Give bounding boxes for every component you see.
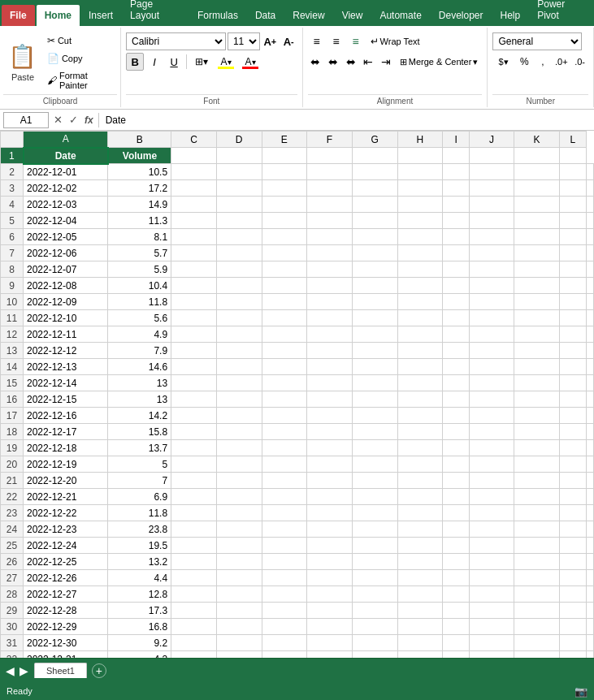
- date-cell-29[interactable]: 2022-12-28: [24, 603, 108, 619]
- empty-cell[interactable]: [216, 424, 262, 440]
- indent-decrease-button[interactable]: ⇤: [360, 53, 376, 71]
- empty-cell[interactable]: [307, 505, 353, 521]
- empty-cell[interactable]: [587, 245, 594, 261]
- empty-cell[interactable]: [352, 245, 397, 261]
- empty-cell[interactable]: [514, 554, 560, 570]
- row-header-24[interactable]: 24: [1, 521, 24, 538]
- row-header-9[interactable]: 9: [1, 278, 24, 294]
- empty-cell[interactable]: [397, 261, 443, 278]
- empty-cell[interactable]: [262, 473, 307, 489]
- empty-cell[interactable]: [469, 570, 514, 586]
- row-header-13[interactable]: 13: [1, 343, 24, 359]
- accounting-format-button[interactable]: $▾: [492, 53, 514, 71]
- volume-cell-11[interactable]: 5.6: [108, 310, 171, 326]
- empty-cell[interactable]: [352, 570, 397, 586]
- empty-cell[interactable]: [587, 213, 594, 229]
- empty-cell[interactable]: [559, 619, 586, 635]
- empty-cell[interactable]: [171, 635, 217, 651]
- row-header-7[interactable]: 7: [1, 245, 24, 261]
- empty-cell[interactable]: [514, 505, 560, 521]
- empty-cell[interactable]: [352, 635, 397, 651]
- empty-cell[interactable]: [397, 310, 443, 326]
- row-header-30[interactable]: 30: [1, 619, 24, 635]
- empty-cell[interactable]: [352, 213, 397, 229]
- italic-button[interactable]: I: [145, 53, 163, 71]
- volume-cell-28[interactable]: 12.8: [108, 586, 171, 603]
- empty-cell[interactable]: [559, 408, 586, 424]
- empty-cell[interactable]: [443, 505, 470, 521]
- row-header-4[interactable]: 4: [1, 197, 24, 213]
- empty-cell[interactable]: [262, 586, 307, 603]
- empty-cell[interactable]: [397, 586, 443, 603]
- bold-button[interactable]: B: [126, 53, 144, 71]
- empty-cell[interactable]: [307, 456, 353, 473]
- empty-cell[interactable]: [262, 229, 307, 245]
- empty-cell[interactable]: [443, 213, 470, 229]
- empty-cell[interactable]: [352, 343, 397, 359]
- empty-cell[interactable]: [216, 586, 262, 603]
- empty-cell[interactable]: [262, 245, 307, 261]
- empty-cell[interactable]: [171, 456, 217, 473]
- empty-cell[interactable]: [171, 619, 217, 635]
- add-sheet-button[interactable]: +: [92, 663, 106, 678]
- empty-cell[interactable]: [469, 261, 514, 278]
- col-header-B[interactable]: B: [108, 132, 171, 148]
- empty-cell[interactable]: [397, 326, 443, 343]
- col-header-C[interactable]: C: [171, 132, 217, 148]
- empty-cell[interactable]: [443, 391, 470, 408]
- empty-cell[interactable]: [443, 278, 470, 294]
- empty-cell[interactable]: [397, 619, 443, 635]
- empty-cell[interactable]: [514, 391, 560, 408]
- empty-cell[interactable]: [469, 619, 514, 635]
- header-i1[interactable]: [443, 148, 470, 164]
- header-d1[interactable]: [216, 148, 262, 164]
- empty-cell[interactable]: [559, 489, 586, 505]
- empty-cell[interactable]: [262, 213, 307, 229]
- empty-cell[interactable]: [307, 375, 353, 391]
- empty-cell[interactable]: [443, 635, 470, 651]
- formulas-tab[interactable]: Formulas: [189, 5, 246, 26]
- empty-cell[interactable]: [352, 456, 397, 473]
- empty-cell[interactable]: [559, 570, 586, 586]
- empty-cell[interactable]: [443, 180, 470, 197]
- date-cell-20[interactable]: 2022-12-19: [24, 456, 108, 473]
- col-header-I[interactable]: I: [443, 132, 470, 148]
- empty-cell[interactable]: [469, 359, 514, 375]
- cell-reference-input[interactable]: [3, 112, 49, 128]
- empty-cell[interactable]: [171, 391, 217, 408]
- row-header-22[interactable]: 22: [1, 489, 24, 505]
- empty-cell[interactable]: [469, 521, 514, 538]
- date-cell-10[interactable]: 2022-12-09: [24, 294, 108, 310]
- empty-cell[interactable]: [443, 229, 470, 245]
- empty-cell[interactable]: [262, 164, 307, 180]
- row-header-14[interactable]: 14: [1, 359, 24, 375]
- empty-cell[interactable]: [469, 586, 514, 603]
- empty-cell[interactable]: [307, 538, 353, 554]
- volume-cell-19[interactable]: 13.7: [108, 440, 171, 456]
- empty-cell[interactable]: [216, 343, 262, 359]
- empty-cell[interactable]: [469, 538, 514, 554]
- empty-cell[interactable]: [443, 164, 470, 180]
- sheet-nav-prev[interactable]: ◀: [3, 664, 17, 677]
- row-header-3[interactable]: 3: [1, 180, 24, 197]
- empty-cell[interactable]: [262, 278, 307, 294]
- row-header-31[interactable]: 31: [1, 635, 24, 651]
- empty-cell[interactable]: [171, 586, 217, 603]
- empty-cell[interactable]: [443, 440, 470, 456]
- empty-cell[interactable]: [171, 310, 217, 326]
- empty-cell[interactable]: [352, 326, 397, 343]
- empty-cell[interactable]: [171, 197, 217, 213]
- empty-cell[interactable]: [587, 343, 594, 359]
- empty-cell[interactable]: [397, 424, 443, 440]
- empty-cell[interactable]: [397, 603, 443, 619]
- empty-cell[interactable]: [397, 245, 443, 261]
- empty-cell[interactable]: [307, 408, 353, 424]
- empty-cell[interactable]: [352, 619, 397, 635]
- empty-cell[interactable]: [262, 570, 307, 586]
- empty-cell[interactable]: [587, 391, 594, 408]
- date-cell-14[interactable]: 2022-12-13: [24, 359, 108, 375]
- file-tab[interactable]: File: [2, 5, 35, 26]
- empty-cell[interactable]: [443, 375, 470, 391]
- row-header-18[interactable]: 18: [1, 424, 24, 440]
- volume-cell-18[interactable]: 15.8: [108, 424, 171, 440]
